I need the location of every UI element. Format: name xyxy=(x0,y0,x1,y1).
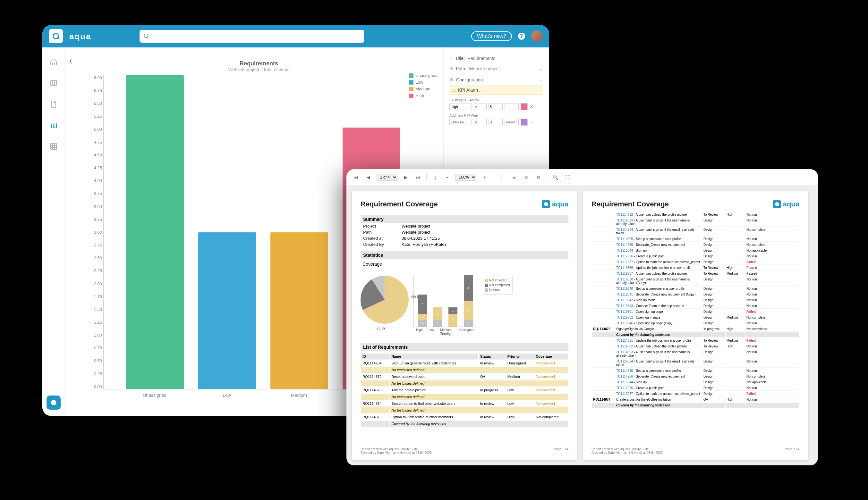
chart-title: Requirements xyxy=(84,60,434,67)
whats-new-button[interactable]: What's new? xyxy=(471,31,512,41)
cfg-configuration[interactable]: ⚙ Configuration ⌄ xyxy=(449,75,543,86)
search-icon[interactable]: 🔍 xyxy=(552,173,559,181)
aqua-logo: aqua xyxy=(773,200,799,208)
settings-icon[interactable]: ⚙ xyxy=(522,173,530,181)
top-bar: aqua What's new? ? xyxy=(42,25,549,47)
page-number: Page 1 / 4 xyxy=(554,447,568,454)
existing-alarm-row[interactable]: ✕ xyxy=(449,103,543,110)
new-alarm-name[interactable] xyxy=(449,119,472,125)
doc-icon[interactable] xyxy=(49,99,58,109)
cfg-kpi-alarm[interactable]: ⚠ KPI Alarm ⌄ xyxy=(449,86,543,95)
zoom-in-icon[interactable]: ＋ xyxy=(481,173,489,181)
last-page-icon[interactable]: ⏭ xyxy=(414,173,422,181)
coverage-pie xyxy=(360,276,409,324)
chart-icon[interactable] xyxy=(49,121,58,130)
chart-subtitle: Website project - Total of items xyxy=(84,67,434,72)
map-icon[interactable] xyxy=(49,78,58,88)
svg-text:?: ? xyxy=(520,33,523,39)
aqua-logo: aqua xyxy=(542,200,568,208)
search-icon xyxy=(143,33,150,39)
delete-icon[interactable]: ✕ xyxy=(530,104,533,109)
color-swatch-purple[interactable] xyxy=(521,118,528,126)
grid-icon[interactable] xyxy=(49,142,58,151)
copy-icon[interactable]: ⧉ xyxy=(534,173,542,181)
back-button[interactable]: ‹ xyxy=(69,56,72,66)
cfg-title: H Title: Requirements xyxy=(449,54,543,63)
print-icon[interactable]: 🖨 xyxy=(510,173,518,181)
coverage-label: Coverage xyxy=(363,262,567,267)
summary-header: Summary xyxy=(360,215,568,223)
coverage-stacked-bar: 3112112431 xyxy=(413,276,477,327)
brand-logo[interactable] xyxy=(49,29,63,43)
chevron-down-icon: ⌄ xyxy=(538,65,543,72)
page-title: Requirement Coverage xyxy=(591,200,669,208)
add-icon[interactable]: ＋ xyxy=(530,119,534,125)
chevron-down-icon: ⌄ xyxy=(478,88,482,93)
page-number: Page 2 / 4 xyxy=(784,447,799,454)
help-icon[interactable]: ? xyxy=(518,32,525,40)
brand-logo-small[interactable] xyxy=(46,396,60,410)
existing-alarm-label: Existing KPI-Alarm xyxy=(449,98,543,102)
avatar[interactable] xyxy=(531,31,543,42)
brand-text: aqua xyxy=(69,31,91,41)
add-alarm-row[interactable]: ＋ xyxy=(449,118,543,126)
export-icon[interactable]: ⇩ xyxy=(498,173,505,181)
page-title: Requirement Coverage xyxy=(360,200,438,208)
report-toolbar: ⏮ ◀ 1 of 4 ▶ ⏭ ▯ − 100% ＋ ⇩ 🖨 ⚙ ⧉ 🔍 ⛶ xyxy=(346,169,818,185)
testcases-table: TC1114892 - A user can upload the profil… xyxy=(591,212,799,409)
color-swatch-red[interactable] xyxy=(521,103,528,110)
prev-page-icon[interactable]: ◀ xyxy=(364,173,372,181)
home-icon[interactable] xyxy=(49,57,58,67)
cfg-path[interactable]: ⊘ Path: Website project ⌄ xyxy=(449,63,543,75)
zoom-select[interactable]: 100% xyxy=(456,174,476,181)
first-page-icon[interactable]: ⏮ xyxy=(352,173,360,181)
report-page-2: Requirement Coverage aqua TC1114892 - A … xyxy=(583,191,808,459)
page-select[interactable]: 1 of 4 xyxy=(377,174,398,181)
list-header: List of Requirements xyxy=(360,343,568,351)
next-page-icon[interactable]: ▶ xyxy=(402,173,410,181)
coverage-legend: Not coveredNot completedNot run xyxy=(482,276,513,295)
requirements-table: IDNameStatusPriorityCoverageRQ1114704Sig… xyxy=(360,353,568,428)
zoom-out-icon[interactable]: − xyxy=(443,173,451,181)
add-alarm-label: Add new KPI-Alert xyxy=(449,113,543,117)
fullscreen-icon[interactable]: ⛶ xyxy=(564,173,571,181)
statistics-header: Statistics xyxy=(360,251,568,259)
report-window: ⏮ ◀ 1 of 4 ▶ ⏭ ▯ − 100% ＋ ⇩ 🖨 ⚙ ⧉ 🔍 ⛶ Re… xyxy=(346,169,818,465)
chevron-down-icon: ⌄ xyxy=(538,76,543,83)
single-page-icon[interactable]: ▯ xyxy=(431,173,439,181)
alarm-name[interactable] xyxy=(449,103,472,110)
left-nav xyxy=(42,47,65,416)
search-input[interactable] xyxy=(152,33,360,40)
search-bar[interactable] xyxy=(140,30,364,43)
report-page-1: Requirement Coverage aqua Summary Projec… xyxy=(352,191,577,459)
